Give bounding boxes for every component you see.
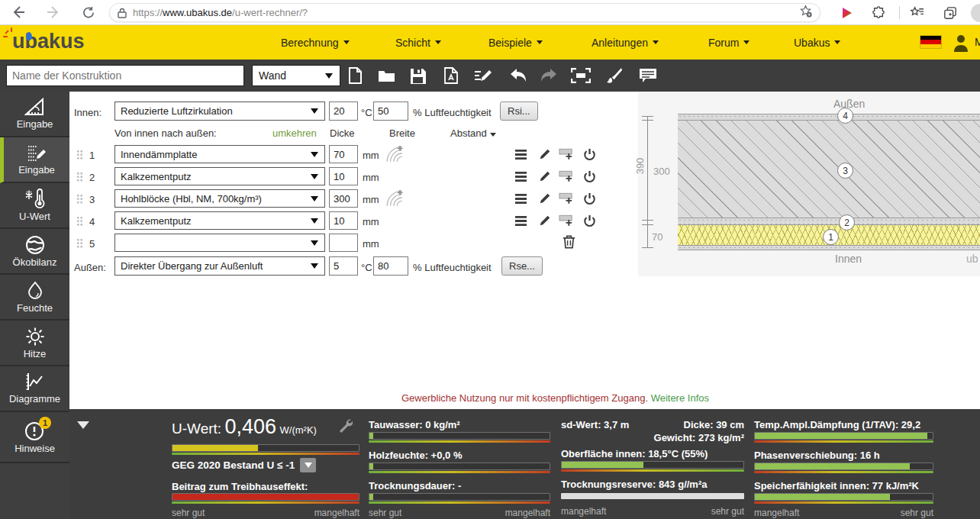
browser-chrome: https://www.ubakus.de/u-wert-rechner/? (0, 0, 980, 25)
nav-item-schicht[interactable]: Schicht (395, 25, 441, 60)
layer2-toggle-button[interactable] (582, 169, 597, 184)
layer1-insert-button[interactable] (559, 147, 574, 162)
layer3-thickness-input[interactable] (329, 189, 358, 208)
redo-button[interactable] (539, 66, 559, 85)
innen-humidity-input[interactable] (373, 102, 408, 121)
aussen-temp-input[interactable] (329, 256, 358, 276)
layer5-thickness-input[interactable] (329, 234, 358, 252)
layer4-material-select[interactable]: Kalkzementputz (114, 211, 325, 230)
url-bar[interactable]: https://www.ubakus.de/u-wert-rechner/? (109, 3, 820, 22)
gewicht-label: Gewicht: 273 kg/m² (654, 432, 744, 443)
geg-select-button[interactable] (300, 458, 316, 472)
layer4-toggle-button[interactable] (582, 213, 597, 228)
layer3-insert-button[interactable] (559, 191, 574, 206)
hinweise-count-badge: 1 (39, 417, 51, 429)
layer-drag-handle[interactable] (76, 238, 83, 249)
col-header-abstand[interactable]: Abstand (450, 127, 496, 139)
pdf-export-button[interactable] (441, 66, 461, 85)
innen-surface-select[interactable]: Reduzierte Luftzirkulation (114, 102, 325, 121)
paint-button[interactable] (604, 66, 624, 85)
sidebar-item-oekobilanz[interactable]: Ökobilanz (0, 229, 69, 275)
new-document-button[interactable] (345, 66, 365, 85)
layer1-thickness-input[interactable] (329, 145, 358, 163)
folder-icon (378, 69, 395, 83)
nav-item-berechnung[interactable]: Berechnung (281, 25, 350, 60)
layer-marker-3[interactable]: 3 (837, 163, 853, 179)
nav-item-forum[interactable]: Forum (708, 25, 750, 60)
layer-marker-1[interactable]: 1 (823, 229, 839, 245)
sidebar-item-uwert[interactable]: U-Wert (0, 183, 69, 229)
sidebar-item-eingabe-geometry[interactable]: Eingabe (0, 92, 69, 137)
feedback-button[interactable] (638, 66, 658, 85)
material-texture-icon[interactable] (385, 189, 404, 208)
layer2-material-select[interactable]: Kalkzementputz (114, 167, 325, 185)
sign-edit-button[interactable] (473, 66, 493, 85)
user-profile-icon[interactable] (953, 34, 969, 52)
rse-button[interactable]: Rse... (501, 256, 543, 276)
layer1-menu-button[interactable] (513, 147, 528, 162)
site-logo[interactable]: ubakus (12, 30, 85, 53)
layer5-delete-button[interactable] (561, 234, 576, 250)
browser-forward-button[interactable] (44, 3, 63, 21)
sidebar-item-eingabe-layers[interactable]: Eingabe (0, 137, 69, 183)
favorite-star-button[interactable] (799, 5, 812, 21)
collections-button[interactable] (907, 3, 927, 22)
layer4-thickness-input[interactable] (329, 211, 358, 230)
open-folder-button[interactable] (376, 66, 396, 85)
layer5-material-select[interactable] (114, 234, 325, 252)
layer-drag-handle[interactable] (76, 194, 83, 205)
tab-copy-button[interactable] (940, 3, 960, 22)
layer4-menu-button[interactable] (513, 213, 528, 228)
collapse-panel-button[interactable] (77, 421, 89, 429)
german-flag-icon[interactable] (920, 35, 942, 49)
undo-button[interactable] (508, 66, 528, 85)
layer4-edit-button[interactable] (537, 213, 553, 228)
layer-drag-handle[interactable] (76, 172, 83, 182)
aussen-humidity-input[interactable] (373, 256, 408, 276)
browser-extension-button[interactable] (837, 3, 856, 22)
layer4-insert-button[interactable] (559, 213, 574, 228)
sidebar-item-hitze[interactable]: Hitze (0, 321, 69, 366)
layer1-material-select[interactable]: Innendämmplatte (114, 145, 325, 163)
layer-drag-handle[interactable] (76, 150, 83, 160)
save-button[interactable] (408, 66, 427, 85)
sidebar-item-feuchte[interactable]: Feuchte (0, 275, 69, 321)
add-layer-icon (559, 192, 574, 205)
wall-layer-2-plaster[interactable] (678, 218, 980, 225)
layer-marker-4[interactable]: 4 (837, 108, 853, 124)
construction-type-select[interactable]: Wand (252, 65, 340, 86)
nav-item-ubakus[interactable]: Ubakus (794, 25, 840, 60)
nav-item-beispiele[interactable]: Beispiele (488, 25, 543, 60)
sidebar-item-hinweise[interactable]: 1 Hinweise (0, 412, 69, 463)
sidebar-item-diagramme[interactable]: Diagramme (0, 366, 69, 412)
geg-standard-label: GEG 2020 Bestand U ≤ -1 (172, 459, 295, 471)
aussen-surface-select[interactable]: Direkter Übergang zur Außenluft (114, 256, 325, 276)
material-texture-icon[interactable] (385, 145, 404, 163)
layer1-edit-button[interactable] (537, 147, 553, 162)
layer2-thickness-input[interactable] (329, 167, 358, 185)
construction-name-input[interactable] (6, 65, 244, 86)
layer2-edit-button[interactable] (537, 169, 553, 184)
layer3-material-select[interactable]: Hohlblöcke (Hbl, NM, 700kg/m³) (114, 189, 325, 208)
layer3-menu-button[interactable] (513, 191, 528, 206)
nav-item-anleitungen[interactable]: Anleitungen (592, 25, 659, 60)
layer3-toggle-button[interactable] (582, 191, 597, 206)
layer2-menu-button[interactable] (513, 169, 528, 184)
wall-layer-4-plaster[interactable] (678, 114, 980, 121)
layer-drag-handle[interactable] (76, 216, 83, 227)
layer3-edit-button[interactable] (537, 191, 553, 206)
browser-profile-avatar[interactable] (971, 4, 980, 22)
browser-back-button[interactable] (9, 3, 27, 21)
browser-refresh-button[interactable] (79, 3, 98, 21)
layer-marker-2[interactable]: 2 (839, 214, 855, 230)
wall-layer-3-masonry[interactable] (678, 121, 980, 218)
extensions-puzzle-button[interactable] (869, 3, 888, 22)
layer2-insert-button[interactable] (559, 169, 574, 184)
weitere-infos-link[interactable]: Weitere Infos (651, 392, 709, 404)
innen-temp-input[interactable] (329, 102, 358, 121)
rsi-button[interactable]: Rsi... (500, 102, 538, 121)
umkehren-link[interactable]: umkehren (272, 127, 317, 139)
fullscreen-button[interactable] (571, 66, 591, 85)
wrench-icon[interactable] (338, 418, 353, 433)
layer1-toggle-button[interactable] (582, 147, 597, 162)
